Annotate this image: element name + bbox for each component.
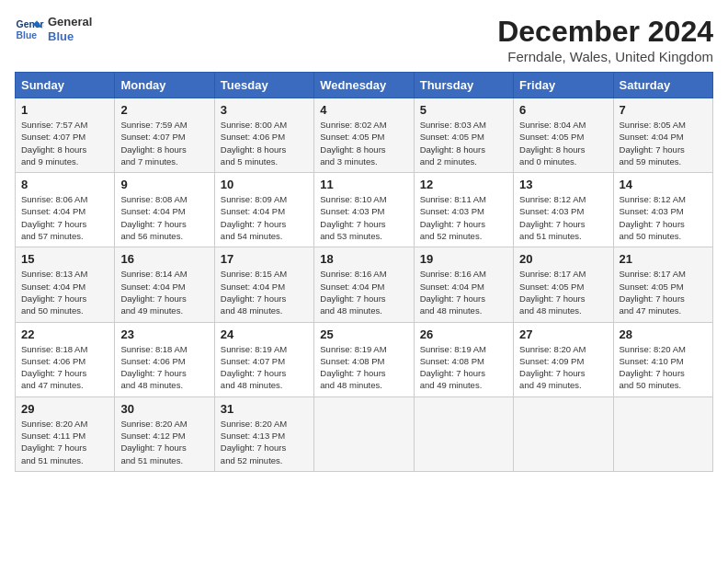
calendar-cell: 26Sunrise: 8:19 AM Sunset: 4:08 PM Dayli… (414, 322, 513, 396)
day-number: 30 (120, 402, 208, 416)
calendar-cell: 4Sunrise: 8:02 AM Sunset: 4:05 PM Daylig… (314, 98, 414, 173)
day-info: Sunrise: 8:02 AM Sunset: 4:05 PM Dayligh… (320, 119, 407, 167)
calendar-week-row: 1Sunrise: 7:57 AM Sunset: 4:07 PM Daylig… (16, 98, 713, 173)
day-info: Sunrise: 8:08 AM Sunset: 4:04 PM Dayligh… (120, 193, 208, 242)
calendar-week-row: 29Sunrise: 8:20 AM Sunset: 4:11 PM Dayli… (16, 396, 713, 471)
day-info: Sunrise: 8:20 AM Sunset: 4:10 PM Dayligh… (620, 343, 707, 392)
day-number: 10 (221, 178, 308, 191)
day-number: 2 (120, 103, 208, 117)
day-number: 19 (420, 252, 507, 266)
day-number: 18 (320, 252, 407, 266)
day-number: 23 (120, 327, 208, 341)
calendar-cell: 24Sunrise: 8:19 AM Sunset: 4:07 PM Dayli… (214, 322, 313, 396)
calendar-week-row: 22Sunrise: 8:18 AM Sunset: 4:06 PM Dayli… (16, 322, 713, 396)
calendar-cell: 20Sunrise: 8:17 AM Sunset: 4:05 PM Dayli… (514, 247, 613, 322)
calendar-title: December 2024 (497, 15, 713, 49)
calendar-cell: 7Sunrise: 8:05 AM Sunset: 4:04 PM Daylig… (613, 98, 712, 173)
day-info: Sunrise: 8:03 AM Sunset: 4:05 PM Dayligh… (420, 119, 507, 167)
calendar-cell: 11Sunrise: 8:10 AM Sunset: 4:03 PM Dayli… (314, 173, 414, 247)
day-info: Sunrise: 8:20 AM Sunset: 4:13 PM Dayligh… (221, 418, 308, 466)
calendar-subtitle: Ferndale, Wales, United Kingdom (497, 49, 713, 64)
day-number: 28 (620, 327, 707, 341)
logo-icon: General Blue (15, 15, 44, 44)
day-number: 3 (221, 103, 308, 117)
weekday-header-tuesday: Tuesday (214, 73, 313, 98)
day-number: 4 (320, 103, 407, 117)
calendar-cell: 30Sunrise: 8:20 AM Sunset: 4:12 PM Dayli… (115, 396, 214, 471)
weekday-header-wednesday: Wednesday (314, 73, 414, 98)
logo: General Blue General Blue (15, 15, 92, 44)
day-number: 31 (221, 402, 308, 416)
day-info: Sunrise: 8:20 AM Sunset: 4:11 PM Dayligh… (21, 418, 108, 466)
day-info: Sunrise: 8:13 AM Sunset: 4:04 PM Dayligh… (21, 268, 108, 316)
day-info: Sunrise: 8:16 AM Sunset: 4:04 PM Dayligh… (320, 268, 407, 316)
calendar-cell: 28Sunrise: 8:20 AM Sunset: 4:10 PM Dayli… (613, 322, 712, 396)
day-info: Sunrise: 7:59 AM Sunset: 4:07 PM Dayligh… (120, 119, 208, 167)
day-info: Sunrise: 8:12 AM Sunset: 4:03 PM Dayligh… (519, 193, 607, 242)
day-number: 7 (620, 103, 707, 117)
weekday-header-saturday: Saturday (613, 73, 712, 98)
day-info: Sunrise: 8:20 AM Sunset: 4:12 PM Dayligh… (120, 418, 208, 466)
calendar-cell: 23Sunrise: 8:18 AM Sunset: 4:06 PM Dayli… (115, 322, 214, 396)
calendar-week-row: 8Sunrise: 8:06 AM Sunset: 4:04 PM Daylig… (16, 173, 713, 247)
weekday-header-monday: Monday (115, 73, 214, 98)
calendar-cell: 27Sunrise: 8:20 AM Sunset: 4:09 PM Dayli… (514, 322, 613, 396)
calendar-cell (514, 396, 613, 471)
day-info: Sunrise: 8:09 AM Sunset: 4:04 PM Dayligh… (221, 193, 308, 242)
calendar-cell: 25Sunrise: 8:19 AM Sunset: 4:08 PM Dayli… (314, 322, 414, 396)
calendar-cell: 31Sunrise: 8:20 AM Sunset: 4:13 PM Dayli… (214, 396, 313, 471)
calendar-cell: 9Sunrise: 8:08 AM Sunset: 4:04 PM Daylig… (115, 173, 214, 247)
day-info: Sunrise: 8:15 AM Sunset: 4:04 PM Dayligh… (221, 268, 308, 316)
calendar-cell: 18Sunrise: 8:16 AM Sunset: 4:04 PM Dayli… (314, 247, 414, 322)
weekday-header-friday: Friday (514, 73, 613, 98)
calendar-cell (414, 396, 513, 471)
weekday-header-thursday: Thursday (414, 73, 513, 98)
day-number: 12 (420, 178, 507, 191)
calendar-cell: 19Sunrise: 8:16 AM Sunset: 4:04 PM Dayli… (414, 247, 513, 322)
calendar-cell: 17Sunrise: 8:15 AM Sunset: 4:04 PM Dayli… (214, 247, 313, 322)
day-info: Sunrise: 8:18 AM Sunset: 4:06 PM Dayligh… (120, 343, 208, 392)
calendar-header-row: SundayMondayTuesdayWednesdayThursdayFrid… (16, 73, 713, 98)
day-info: Sunrise: 8:20 AM Sunset: 4:09 PM Dayligh… (519, 343, 607, 392)
day-number: 14 (620, 178, 707, 191)
calendar-cell: 22Sunrise: 8:18 AM Sunset: 4:06 PM Dayli… (16, 322, 115, 396)
calendar-cell: 1Sunrise: 7:57 AM Sunset: 4:07 PM Daylig… (16, 98, 115, 173)
calendar-cell: 14Sunrise: 8:12 AM Sunset: 4:03 PM Dayli… (613, 173, 712, 247)
day-info: Sunrise: 8:19 AM Sunset: 4:07 PM Dayligh… (221, 343, 308, 392)
day-info: Sunrise: 8:10 AM Sunset: 4:03 PM Dayligh… (320, 193, 407, 242)
day-number: 13 (519, 178, 607, 191)
calendar-cell: 12Sunrise: 8:11 AM Sunset: 4:03 PM Dayli… (414, 173, 513, 247)
day-info: Sunrise: 8:06 AM Sunset: 4:04 PM Dayligh… (21, 193, 108, 242)
weekday-header-sunday: Sunday (16, 73, 115, 98)
day-info: Sunrise: 8:05 AM Sunset: 4:04 PM Dayligh… (620, 119, 707, 167)
day-info: Sunrise: 8:12 AM Sunset: 4:03 PM Dayligh… (620, 193, 707, 242)
day-info: Sunrise: 8:00 AM Sunset: 4:06 PM Dayligh… (221, 119, 308, 167)
header: General Blue General Blue December 2024 … (15, 15, 713, 64)
day-number: 1 (21, 103, 108, 117)
day-number: 15 (21, 252, 108, 266)
day-number: 9 (120, 178, 208, 191)
calendar-cell: 15Sunrise: 8:13 AM Sunset: 4:04 PM Dayli… (16, 247, 115, 322)
day-info: Sunrise: 8:11 AM Sunset: 4:03 PM Dayligh… (420, 193, 507, 242)
day-info: Sunrise: 8:16 AM Sunset: 4:04 PM Dayligh… (420, 268, 507, 316)
calendar-cell: 21Sunrise: 8:17 AM Sunset: 4:05 PM Dayli… (613, 247, 712, 322)
day-number: 11 (320, 178, 407, 191)
calendar-cell: 5Sunrise: 8:03 AM Sunset: 4:05 PM Daylig… (414, 98, 513, 173)
day-number: 8 (21, 178, 108, 191)
day-info: Sunrise: 8:19 AM Sunset: 4:08 PM Dayligh… (420, 343, 507, 392)
day-number: 27 (519, 327, 607, 341)
calendar-cell: 29Sunrise: 8:20 AM Sunset: 4:11 PM Dayli… (16, 396, 115, 471)
day-info: Sunrise: 8:14 AM Sunset: 4:04 PM Dayligh… (120, 268, 208, 316)
day-number: 26 (420, 327, 507, 341)
day-number: 25 (320, 327, 407, 341)
calendar-cell: 8Sunrise: 8:06 AM Sunset: 4:04 PM Daylig… (16, 173, 115, 247)
day-info: Sunrise: 8:17 AM Sunset: 4:05 PM Dayligh… (519, 268, 607, 316)
day-number: 21 (620, 252, 707, 266)
calendar-cell: 2Sunrise: 7:59 AM Sunset: 4:07 PM Daylig… (115, 98, 214, 173)
calendar-cell (613, 396, 712, 471)
day-number: 17 (221, 252, 308, 266)
day-info: Sunrise: 8:18 AM Sunset: 4:06 PM Dayligh… (21, 343, 108, 392)
calendar-table: SundayMondayTuesdayWednesdayThursdayFrid… (15, 72, 713, 472)
day-number: 16 (120, 252, 208, 266)
day-info: Sunrise: 8:17 AM Sunset: 4:05 PM Dayligh… (620, 268, 707, 316)
